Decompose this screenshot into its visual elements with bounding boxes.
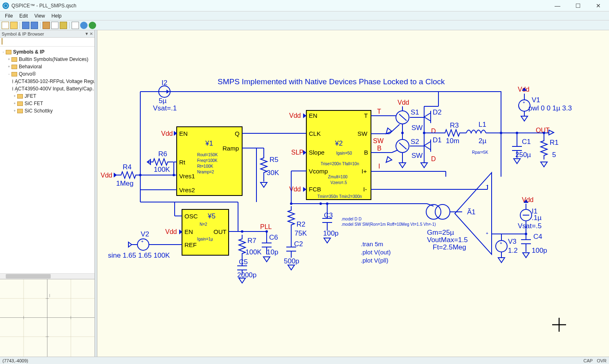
copy-icon[interactable]: [51, 22, 58, 29]
comp-a1[interactable]: Ã1 Gm=25µ VoutMax=1.5 Ft=2.5Meg – +: [427, 173, 492, 254]
comp-c1[interactable]: C1 250µ: [512, 133, 531, 164]
comp-y2[interactable]: ¥2 EN T CLK SW Slope B Vcomp I+ FCB I- I…: [306, 110, 371, 200]
paste-icon[interactable]: [60, 22, 67, 29]
svg-text:Vsat=.5: Vsat=.5: [518, 222, 542, 230]
comp-i1[interactable]: I1 .1µ Vsat=.5: [518, 207, 542, 230]
comp-r4[interactable]: R4 1Meg: [115, 163, 142, 187]
print-icon[interactable]: [72, 22, 79, 29]
status-bar: (7743,-4009) CAP OVR: [0, 357, 609, 364]
save-icon[interactable]: [22, 22, 29, 29]
svg-text:EN: EN: [184, 228, 193, 235]
separator: [69, 22, 70, 29]
comp-s2[interactable]: S2 SW: [386, 138, 422, 162]
comp-c5[interactable]: C5 2000p: [237, 258, 256, 283]
svg-text:VoutMax=1.5: VoutMax=1.5: [427, 236, 468, 244]
svg-text:R1: R1: [550, 139, 559, 146]
svg-text:Trise=200n Tfall=10n: Trise=200n Tfall=10n: [321, 162, 359, 166]
maximize-button[interactable]: ☐: [572, 2, 584, 10]
menu-file[interactable]: File: [2, 12, 16, 20]
svg-text:Igain=50: Igain=50: [336, 151, 352, 155]
panel-close-icon[interactable]: ✕: [90, 31, 93, 36]
menu-help[interactable]: Help: [48, 12, 65, 20]
comp-y1[interactable]: ¥1 EN Q Ramp Rt Vres1 Vres2 Rout=150K Fr…: [177, 127, 242, 195]
comp-d1[interactable]: D1: [424, 136, 442, 152]
spice-model-sw: .model SW SW(Ron=1m Roff=10Meg Vt=1.5 Vh…: [341, 222, 436, 227]
tree-node-behavioral[interactable]: +Behavioral: [1, 63, 94, 70]
tree-node-qorvo[interactable]: -Qorvo®: [1, 70, 94, 78]
svg-text:Ft=2.5Meg: Ft=2.5Meg: [433, 243, 466, 251]
run-icon[interactable]: [89, 22, 96, 29]
comp-r7[interactable]: R7 100K: [239, 235, 262, 258]
comp-v3[interactable]: + V3 1.2: [496, 238, 518, 254]
comp-s1[interactable]: S1 SW: [386, 108, 422, 134]
tree-leaf-act43850[interactable]: ACT43850-102-RFPoL Voltage Regu: [1, 78, 94, 85]
svg-point-41: [173, 174, 175, 176]
comp-y5[interactable]: ¥5 OSC EN OUT REF N=2 Igain=1µ: [182, 209, 229, 255]
menu-edit[interactable]: Edit: [16, 12, 31, 20]
tree-node-jfet[interactable]: +JFET: [1, 92, 94, 100]
svg-text:I+: I+: [362, 168, 367, 175]
net-vdd-y5en: Vdd: [165, 228, 177, 235]
help-icon[interactable]: [80, 22, 88, 29]
svg-marker-71: [303, 150, 306, 155]
splitter[interactable]: [95, 30, 97, 357]
tree-root[interactable]: -Symbols & IP: [1, 48, 94, 56]
comp-r5[interactable]: R5 30K: [261, 153, 279, 178]
svg-text:I-: I-: [363, 186, 367, 193]
panel-toolbar: [0, 38, 94, 47]
comp-r6[interactable]: R6 100K: [148, 150, 173, 173]
tree-hscrollbar[interactable]: [0, 273, 94, 279]
svg-text:Ã1: Ã1: [467, 208, 476, 216]
svg-text:30K: 30K: [267, 169, 279, 177]
svg-text:D2: D2: [433, 108, 442, 116]
svg-point-195: [426, 204, 441, 219]
comp-c6[interactable]: C6 10p: [262, 231, 278, 262]
comp-i2[interactable]: I2 5µ Vsat=.1: [153, 79, 177, 112]
comp-xfmr[interactable]: [426, 204, 450, 219]
svg-point-172: [500, 132, 502, 134]
comp-r1[interactable]: R1 5: [541, 133, 559, 167]
tree-node-builtin[interactable]: +Builtin Symbols(Native Devices): [1, 56, 94, 63]
svg-text:1Meg: 1Meg: [116, 180, 134, 187]
svg-text:SW: SW: [357, 130, 368, 137]
cursor-cross-icon: [552, 318, 566, 332]
comp-l1[interactable]: L1 2µ Rpar=5K: [466, 121, 488, 155]
svg-line-147: [399, 143, 407, 149]
svg-text:+: +: [486, 231, 488, 236]
menu-view[interactable]: View: [31, 12, 48, 20]
symbol-tree[interactable]: -Symbols & IP +Builtin Symbols(Native De…: [0, 47, 94, 273]
svg-line-140: [399, 114, 407, 121]
svg-text:C6: C6: [269, 234, 278, 241]
comp-c3[interactable]: C3 100p: [322, 204, 339, 243]
panel-folder-icon[interactable]: [2, 38, 2, 45]
comp-v1[interactable]: + V1 pwl 0 0 1µ 3.3: [519, 94, 572, 121]
svg-text:.1µ: .1µ: [532, 214, 542, 222]
panel-header: Symbol & IP Browser ▼ ✕: [0, 30, 94, 38]
schematic-canvas[interactable]: SMPS Implemented with Native Devices Pha…: [95, 30, 609, 357]
tree-leaf-act43950[interactable]: ACT43950-400V Input, Battery/Cap…: [1, 85, 94, 92]
svg-text:REF: REF: [184, 241, 197, 248]
tree-node-sicfet[interactable]: +SiC FET: [1, 100, 94, 107]
svg-text:sine 1.65 1.65 100K: sine 1.65 1.65 100K: [108, 252, 170, 259]
svg-text:10m: 10m: [446, 137, 459, 145]
separator: [20, 22, 20, 29]
svg-point-152: [401, 132, 404, 134]
open-file-icon[interactable]: [10, 22, 18, 29]
svg-text:Tmin=350n Tmin2=300n: Tmin=350n Tmin2=300n: [317, 194, 362, 199]
svg-text:Rt=100K: Rt=100K: [197, 164, 213, 169]
tree-node-sicschottky[interactable]: +SiC Schottky: [1, 107, 94, 115]
comp-d2[interactable]: D2: [424, 108, 442, 123]
comp-r3[interactable]: R3 10m: [441, 121, 464, 145]
save-all-icon[interactable]: [31, 22, 38, 29]
net-t: T: [377, 108, 381, 115]
new-file-icon[interactable]: [2, 22, 9, 29]
svg-text:C3: C3: [324, 211, 333, 219]
close-button[interactable]: ✕: [593, 2, 604, 10]
net-b: B: [377, 145, 382, 152]
panel-dropdown-icon[interactable]: ▼: [85, 31, 89, 36]
svg-text:R5: R5: [270, 156, 279, 164]
app-icon: [2, 2, 9, 9]
svg-text:EN: EN: [179, 130, 188, 137]
cut-icon[interactable]: [43, 22, 50, 29]
minimize-button[interactable]: —: [552, 2, 563, 10]
